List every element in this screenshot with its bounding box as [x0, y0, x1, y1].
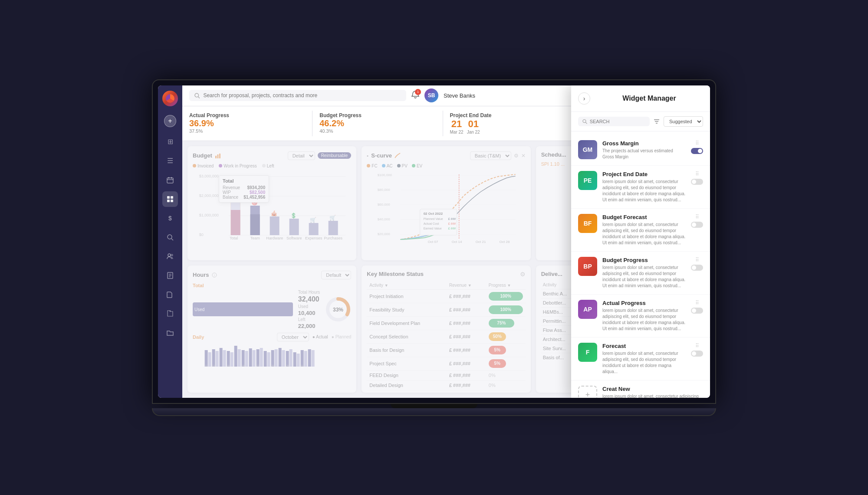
- svg-text:31: 31: [301, 364, 304, 367]
- wm-sort-select[interactable]: Suggested: [664, 116, 703, 127]
- svg-rect-5: [171, 196, 173, 199]
- wm-create-desc: lorem ipsum dolor sit amet, consectetur …: [602, 393, 703, 398]
- wm-toggle-actual-progress[interactable]: [691, 308, 703, 314]
- wm-item-desc-actual-progress: lorem ipsum dolor sit amet, consectetur …: [602, 308, 686, 332]
- svg-rect-99: [256, 349, 260, 367]
- sidebar-item-contracts[interactable]: [162, 306, 178, 321]
- wm-item-actual-progress[interactable]: APActual Progresslorem ipsum dolor sit a…: [571, 295, 710, 338]
- wm-toggle-project-end-date[interactable]: [691, 179, 703, 185]
- wm-item-budget-forecast[interactable]: BFBudget Forecastlorem ipsum dolor sit a…: [571, 209, 710, 252]
- hours-month-select[interactable]: October: [277, 333, 309, 341]
- svg-rect-110: [297, 354, 300, 367]
- wm-drag-handle-gross-margin[interactable]: ⠿: [695, 140, 699, 146]
- wm-list: GMGross MarginThe projects actual versus…: [571, 131, 710, 398]
- sidebar-item-list[interactable]: ☰: [162, 153, 178, 169]
- wm-item-actions-actual-progress: ⠿: [691, 300, 703, 314]
- svg-text:Actual Cost: Actual Cost: [424, 222, 439, 225]
- wm-drag-handle-budget-forecast[interactable]: ⠿: [695, 214, 699, 220]
- hours-total-label: Total: [193, 283, 351, 288]
- hours-daily-label: Daily: [193, 334, 204, 340]
- kpi-actual-progress[interactable]: Actual Progress 36.9% 37.5%: [189, 111, 312, 136]
- user-avatar[interactable]: SB: [424, 89, 438, 102]
- svg-rect-98: [253, 350, 256, 367]
- wm-item-project-end-date[interactable]: PEProject End Datelorem ipsum dolor sit …: [571, 166, 710, 209]
- wm-toggle-budget-progress[interactable]: [691, 265, 703, 271]
- hours-used-value: 10,400: [298, 310, 320, 316]
- sidebar-item-search[interactable]: [162, 229, 178, 245]
- scurve-type-select[interactable]: Basic (T&M): [470, 151, 511, 160]
- budget-widget[interactable]: Budget Detail Reimbursable: [187, 146, 356, 260]
- svg-line-17: [198, 96, 200, 98]
- wm-item-title-forecast: Forecast: [602, 343, 686, 349]
- wm-drag-handle-forecast[interactable]: ⠿: [695, 343, 699, 349]
- sidebar-item-finance[interactable]: $: [162, 210, 178, 226]
- wm-search-icon: [582, 119, 587, 124]
- wm-item-gross-margin[interactable]: GMGross MarginThe projects actual versus…: [571, 135, 710, 166]
- svg-rect-20: [219, 154, 220, 158]
- hours-left-value: 22,000: [298, 323, 320, 329]
- sidebar-item-dashboard[interactable]: [162, 191, 178, 207]
- sidebar-item-users[interactable]: [162, 249, 178, 264]
- kpi-actual-progress-value: 36.9%: [189, 118, 305, 128]
- milestone-revenue: £ ###,###: [447, 380, 486, 390]
- hours-widget[interactable]: Hours i Default Total Used: [187, 266, 356, 393]
- hours-left-label: Left: [298, 317, 320, 322]
- wm-drag-handle-budget-progress[interactable]: ⠿: [695, 257, 699, 263]
- scurve-settings-icon[interactable]: ⚙: [514, 153, 519, 159]
- scurve-widget[interactable]: ▪ S-curve Basic (T&M) ⚙ ✕: [362, 146, 530, 260]
- svg-rect-102: [267, 352, 270, 367]
- wm-back-button[interactable]: ›: [578, 92, 590, 105]
- milestone-progress: 50%: [486, 330, 526, 343]
- milestone-settings-icon[interactable]: ⚙: [520, 271, 526, 278]
- kpi-date1-label: Mar 22: [450, 130, 464, 134]
- app-logo[interactable]: [162, 91, 178, 106]
- wm-toggle-forecast[interactable]: [691, 351, 703, 357]
- svg-text:$0: $0: [199, 233, 204, 237]
- svg-text:Oct 07: Oct 07: [428, 240, 438, 244]
- wm-toggle-budget-forecast[interactable]: [691, 222, 703, 228]
- wm-item-icon-actual-progress: AP: [578, 300, 597, 319]
- budget-chart-svg: $3,000,000 $2,000,000 $1,000,000 $0: [193, 171, 351, 240]
- svg-point-16: [195, 93, 199, 97]
- wm-filter-button[interactable]: [653, 118, 660, 125]
- wm-search-input[interactable]: [590, 119, 645, 124]
- wm-item-budget-progress[interactable]: BPBudget Progresslorem ipsum dolor sit a…: [571, 252, 710, 295]
- kpi-actual-progress-label: Actual Progress: [189, 112, 305, 118]
- hours-period-select[interactable]: Default: [321, 271, 351, 279]
- milestone-activity: Detailed Design: [367, 380, 447, 390]
- notification-button[interactable]: 1: [411, 91, 419, 101]
- budget-detail-select[interactable]: Detail: [288, 151, 315, 160]
- svg-rect-100: [260, 348, 263, 367]
- wm-search-row: Suggested: [571, 112, 710, 131]
- svg-text:$3,000,000: $3,000,000: [199, 174, 219, 178]
- svg-rect-35: [289, 219, 299, 235]
- milestone-activity: Basis for Design: [367, 343, 447, 357]
- wm-toggle-gross-margin[interactable]: [691, 148, 703, 154]
- sidebar-item-home[interactable]: ⊞: [162, 134, 178, 150]
- svg-rect-104: [275, 349, 278, 367]
- milestone-row: Project Initiation£ ###,###100%: [367, 289, 525, 303]
- wm-item-actions-forecast: ⠿: [691, 343, 703, 357]
- svg-text:25: 25: [271, 364, 274, 367]
- budget-badge: Reimbursable: [318, 152, 352, 159]
- wm-drag-handle-actual-progress[interactable]: ⠿: [695, 300, 699, 306]
- kpi-budget-progress[interactable]: Budget Progress 46.2% 40.3%: [312, 111, 443, 136]
- svg-text:$60,000: $60,000: [378, 203, 390, 207]
- wm-drag-handle-project-end-date[interactable]: ⠿: [695, 171, 699, 177]
- wm-create-new[interactable]: +Creat Newlorem ipsum dolor sit amet, co…: [571, 380, 710, 398]
- widget-manager-panel: › Widget Manager Suggested: [571, 85, 710, 398]
- sidebar-item-calendar[interactable]: [162, 172, 178, 188]
- wm-item-forecast[interactable]: FForecastlorem ipsum dolor sit amet, con…: [571, 338, 710, 380]
- svg-text:🛒: 🛒: [329, 214, 336, 221]
- add-widget-button[interactable]: +: [164, 115, 176, 127]
- svg-rect-18: [215, 156, 217, 158]
- search-input[interactable]: [203, 92, 401, 98]
- sidebar-item-reports[interactable]: [162, 268, 178, 283]
- kpi-project-end-date[interactable]: Project End Date 21 Mar 22 01 Jan 22: [443, 111, 573, 136]
- svg-rect-108: [289, 349, 293, 367]
- milestone-widget[interactable]: Key Milestone Status ⚙ Activity ▼ Revenu…: [362, 266, 530, 393]
- sidebar-item-files[interactable]: [162, 287, 178, 302]
- svg-rect-90: [223, 350, 226, 367]
- scurve-close-icon[interactable]: ✕: [521, 153, 526, 159]
- sidebar-item-folder[interactable]: [162, 325, 178, 341]
